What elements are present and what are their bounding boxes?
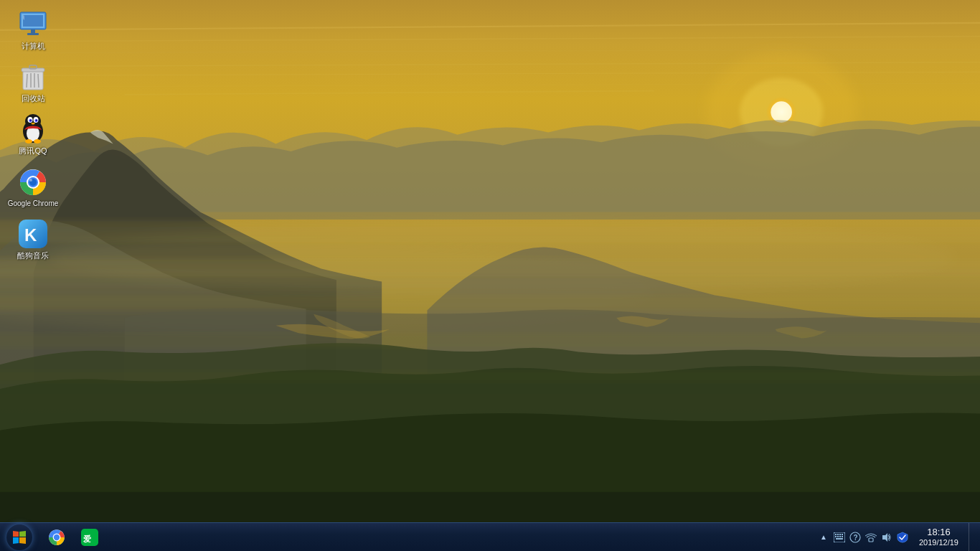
- desktop-icons: 计算机 回收站: [7, 7, 59, 263]
- svg-point-46: [25, 139, 32, 143]
- system-tray: ▲: [813, 523, 980, 552]
- tray-icons: ?: [833, 531, 909, 544]
- svg-rect-21: [0, 371, 980, 382]
- clock-date: 2019/12/19: [919, 538, 958, 547]
- qq-icon-label: 腾讯QQ: [19, 146, 47, 156]
- svg-rect-20: [0, 333, 980, 348]
- taskbar-iqiyi-icon: 爱: [81, 529, 98, 546]
- svg-rect-36: [29, 65, 37, 69]
- computer-icon-label: 计算机: [22, 42, 45, 51]
- svg-point-47: [34, 139, 41, 143]
- tray-volume-icon[interactable]: [880, 531, 893, 544]
- kugou-icon-label: 酷狗音乐: [17, 251, 49, 260]
- start-button[interactable]: [0, 523, 39, 552]
- tray-network-icon[interactable]: [864, 531, 877, 544]
- svg-rect-67: [839, 536, 841, 537]
- kugou-icon: K: [19, 220, 47, 248]
- svg-text:K: K: [24, 225, 37, 245]
- taskbar-iqiyi[interactable]: 爱: [73, 523, 106, 552]
- chrome-icon-label: Google Chrome: [8, 199, 59, 208]
- taskbar-apps: 爱: [40, 523, 106, 552]
- svg-rect-72: [869, 538, 873, 542]
- svg-rect-62: [837, 534, 839, 535]
- svg-rect-63: [839, 534, 841, 535]
- svg-rect-19: [0, 295, 980, 310]
- qq-icon: [19, 115, 47, 143]
- tray-security-icon[interactable]: [896, 531, 909, 544]
- svg-rect-64: [842, 534, 843, 535]
- tray-help-icon[interactable]: ?: [849, 531, 862, 544]
- desktop-icon-chrome[interactable]: Google Chrome: [7, 165, 59, 211]
- svg-line-31: [27, 74, 27, 88]
- svg-rect-29: [27, 33, 39, 35]
- chrome-icon: [19, 168, 47, 197]
- svg-rect-27: [23, 15, 43, 27]
- svg-rect-18: [0, 258, 980, 276]
- show-desktop-button[interactable]: [969, 523, 974, 552]
- desktop-icon-recycle-bin[interactable]: 回收站: [7, 60, 59, 106]
- clock-time: 18:16: [927, 527, 951, 538]
- svg-text:爱: 爱: [83, 534, 91, 543]
- windows-logo-icon: [11, 529, 27, 545]
- recycle-bin-icon-label: 回收站: [22, 94, 45, 103]
- svg-text:?: ?: [853, 534, 857, 542]
- taskbar-chrome[interactable]: [40, 523, 73, 552]
- computer-icon: [19, 10, 47, 39]
- notification-chevron[interactable]: ▲: [819, 532, 829, 542]
- recycle-bin-icon: [19, 62, 47, 91]
- clock[interactable]: 18:16 2019/12/19: [913, 523, 964, 552]
- taskbar: 爱 ▲: [0, 522, 980, 551]
- svg-point-4: [771, 101, 792, 123]
- svg-rect-28: [31, 29, 35, 33]
- taskbar-chrome-icon: [48, 529, 65, 546]
- svg-rect-68: [842, 536, 843, 537]
- svg-rect-30: [23, 71, 43, 90]
- start-orb: [6, 524, 32, 550]
- desktop-icon-kugou[interactable]: K 酷狗音乐: [7, 217, 59, 263]
- desktop-background: [0, 0, 980, 551]
- svg-point-44: [30, 120, 32, 121]
- desktop: 计算机 回收站: [0, 0, 980, 551]
- svg-rect-65: [835, 536, 837, 537]
- svg-rect-17: [0, 220, 980, 242]
- svg-point-57: [54, 534, 60, 540]
- desktop-icon-qq[interactable]: 腾讯QQ: [7, 112, 59, 159]
- svg-rect-66: [837, 536, 839, 537]
- desktop-icon-computer[interactable]: 计算机: [7, 7, 59, 54]
- svg-line-34: [38, 74, 39, 88]
- svg-point-52: [29, 179, 32, 182]
- tray-keyboard-icon[interactable]: [833, 531, 846, 544]
- svg-rect-69: [836, 538, 843, 540]
- svg-point-45: [36, 120, 37, 121]
- svg-rect-61: [835, 534, 837, 535]
